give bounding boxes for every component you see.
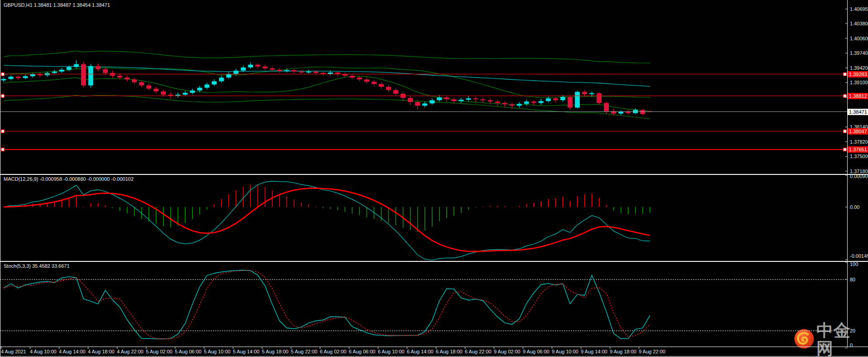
window-border-left [0, 0, 0, 357]
window-border-bottom [0, 356, 868, 357]
symbol-title: GBPUSD,H1 1.38481 1.38487 1.38454 1.3847… [4, 2, 110, 8]
macd-indicator-label: MACD(12,26,9) -0.000958 -0.000880 -0.000… [4, 176, 134, 182]
chart-window: 中金网 CNGOLD.COM.CN 中 文 财 经 新 媒 体 1.406951… [0, 0, 868, 357]
stochastic-panel [0, 270, 847, 339]
macd-panel [4, 181, 650, 260]
candles [1, 61, 653, 116]
main-price-panel [0, 51, 847, 119]
stoch-indicator-label: Stoch(5,3,3) 35.4582 33.6671 [4, 263, 70, 269]
